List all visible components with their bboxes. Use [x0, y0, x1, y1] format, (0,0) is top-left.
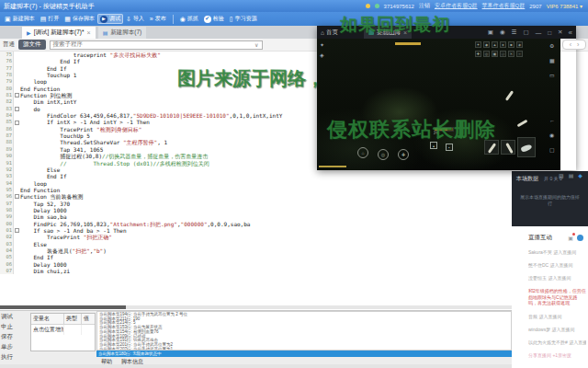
hud-slot-icon[interactable]: ✕: [508, 51, 514, 57]
hud-slot-icon[interactable]: ◈: [516, 41, 523, 48]
copy-icon[interactable]: ▤: [569, 172, 574, 178]
next-arrow-icon[interactable]: ›: [577, 41, 579, 48]
view-mode-source-button[interactable]: 源文件: [18, 40, 46, 50]
ios-support-link[interactable]: 苹果作者客服Q群: [482, 2, 526, 10]
code-segment: If sao > -1 And ba > -1 Then: [20, 227, 127, 234]
maximize-icon[interactable]: □: [548, 29, 551, 36]
code-segment: TracePrint: [20, 126, 96, 132]
toolbar-button-打开[interactable]: ▤打开: [38, 14, 62, 24]
collapse-sidebar-icon[interactable]: «: [569, 29, 572, 37]
emulator-home-tab[interactable]: ⌂ 首页: [321, 29, 338, 37]
account-number: 3714975612: [384, 4, 414, 9]
toolbar-button-新建脚本[interactable]: ▣新建脚本: [2, 14, 38, 24]
hud-slot-icon[interactable]: ◎: [483, 51, 490, 57]
fold-gutter: [14, 146, 20, 153]
code-segment: Dim chui,zi: [20, 268, 70, 274]
code-segment: TracePrint: [20, 234, 84, 240]
game-button-home[interactable]: ⌂: [357, 147, 368, 158]
fold-gutter: [14, 160, 20, 167]
back-icon[interactable]: ←: [549, 118, 555, 123]
image-pager[interactable]: ‹ ›: [562, 40, 586, 50]
fold-gutter: -: [14, 92, 20, 98]
minimize-icon[interactable]: —: [536, 29, 542, 36]
vip-badge[interactable]: VIP6 738841 ▾: [547, 3, 582, 9]
code-text: 捕捉过程(30,8)//切换武器血量，捕捉血量，伤害血量连击: [20, 153, 208, 159]
fold-marker-icon[interactable]: -: [15, 121, 19, 125]
settings-gear-icon[interactable]: ⚙: [549, 42, 555, 49]
toolbar-button-检验[interactable]: ✔检验: [201, 14, 227, 24]
line-number: 92: [0, 167, 14, 173]
code-segment: , 1: [157, 139, 167, 145]
debug-log-active-line[interactable]: 当前脚本第180行: 无限奔跑状态中: [96, 351, 512, 357]
stream-session-panel: 本场数据 开 0 关 0 展示本场直播期间的助力值排行: [512, 171, 588, 226]
hud-slot-icon[interactable]: ▣: [492, 51, 498, 57]
item-slot[interactable]: [501, 140, 515, 155]
code-text: Dim intX,intY: [20, 98, 76, 105]
screenshot-icon[interactable]: ▣: [488, 29, 493, 36]
hud-slot-icon[interactable]: ■: [508, 41, 514, 48]
view-mode-normal[interactable]: 普通: [3, 40, 15, 49]
game-hud-grid-row1: ✦◆▲●■◈: [475, 41, 523, 48]
prev-arrow-icon[interactable]: ‹: [570, 41, 571, 48]
toolbar-button-调试[interactable]: ▶调试: [97, 14, 123, 24]
hud-slot-icon[interactable]: ◆: [483, 41, 490, 48]
table-row[interactable]: 点击位置增加: [31, 325, 95, 335]
toolbar-button-发布[interactable]: »发布: [147, 14, 169, 24]
chat-settings-icon[interactable]: [577, 235, 583, 241]
hud-slot-icon[interactable]: ✦: [475, 41, 481, 48]
pickup-icon[interactable]: ▪: [446, 144, 453, 151]
share-diamond-icon[interactable]: ◆: [578, 172, 582, 178]
debug-button-保存[interactable]: 保存: [1, 333, 28, 340]
tab-active-script[interactable]: ▶ [调试] 新建脚本(7)* ×: [22, 27, 96, 39]
tab-inactive-script[interactable]: ▤ 新建脚本(7): [98, 27, 147, 39]
debug-button-中止[interactable]: 中止: [1, 323, 28, 330]
debug-button-执行[interactable]: 执行: [1, 353, 28, 361]
fold-marker-icon[interactable]: -: [15, 107, 19, 111]
code-text: End Function: [20, 187, 60, 193]
menu-icon[interactable]: ☰: [512, 29, 517, 36]
close-icon[interactable]: ×: [87, 29, 91, 36]
record-icon[interactable]: ◉: [500, 29, 505, 36]
logout-link[interactable]: 注销: [419, 2, 430, 10]
chat-message: windows梦 进入直播间: [528, 327, 586, 332]
hud-slot-icon[interactable]: ◇: [500, 51, 506, 57]
forward-icon[interactable]: ▨: [559, 172, 564, 178]
toolbar-button-保存脚本[interactable]: ▦保存脚本: [62, 14, 97, 24]
hud-slot-icon[interactable]: ✚: [475, 51, 481, 57]
code-text: Function 到位检测: [20, 92, 73, 98]
volume-icon[interactable]: ▭: [549, 72, 555, 78]
recents-icon[interactable]: ▢: [549, 146, 555, 153]
android-support-link[interactable]: 安卓作者客服Q群: [435, 2, 478, 10]
close-icon[interactable]: ✕: [558, 29, 562, 36]
toolbar-button-学习资源[interactable]: ▯学习资源: [227, 14, 260, 24]
debug-button-单步[interactable]: 单步: [1, 343, 28, 351]
game-viewport[interactable]: ✦◈ ✦◆▲●■◈ ✚◎▣◇✕○ 2号 ▴ ▪ ⌂ ◎ ✚ ⚙▦▭ ←◉▢: [317, 39, 560, 170]
resize-icon[interactable]: ▢: [524, 29, 529, 36]
hud-slot-icon[interactable]: ○: [516, 51, 523, 57]
toolbar-button-抓抓[interactable]: ◉抓抓: [177, 14, 201, 24]
line-number: 05: [0, 254, 14, 260]
keymap-icon[interactable]: ▦: [549, 57, 555, 63]
code-segment: FindPic 26,769,105,823,: [20, 221, 110, 227]
code-segment: "扫把正确": [84, 234, 112, 240]
hud-slot-icon[interactable]: ●: [500, 41, 506, 48]
debug-log[interactable]: 当前脚本第194行: 当前手持为武器位置为 2 号位当前脚本第211行: 190…: [96, 311, 512, 351]
tab-active-label: [调试] 新建脚本(7)*: [34, 29, 85, 37]
code-line: 05 End If: [0, 254, 512, 260]
hud-slot-icon[interactable]: ▲: [492, 41, 498, 48]
popout-icon[interactable]: ▣: [568, 235, 573, 241]
fold-marker-icon[interactable]: -: [15, 228, 19, 233]
fold-gutter: [14, 86, 20, 92]
debug-button-调试[interactable]: 调试: [1, 313, 28, 320]
item-slot-fish[interactable]: [517, 137, 536, 157]
horizontal-scrollbar[interactable]: [0, 305, 512, 309]
subroutine-search-combobox[interactable]: 搜索子程序 ∨: [50, 40, 263, 50]
toolbar-button-导入[interactable]: ⇩导入: [123, 14, 147, 24]
game-button-aim[interactable]: ◎: [378, 149, 389, 160]
fold-marker-icon[interactable]: -: [15, 194, 19, 199]
scrollbar-thumb[interactable]: [0, 305, 126, 309]
game-button-add[interactable]: ✚: [398, 149, 409, 160]
home-circle-icon[interactable]: ◉: [549, 132, 555, 138]
fold-marker-icon[interactable]: -: [15, 93, 19, 98]
stream-chat-panel: 直播互动 ▣ Sakura不哭 进入直播间憋不住DC 进入直播间没要恒玉 进入直…: [512, 226, 588, 368]
